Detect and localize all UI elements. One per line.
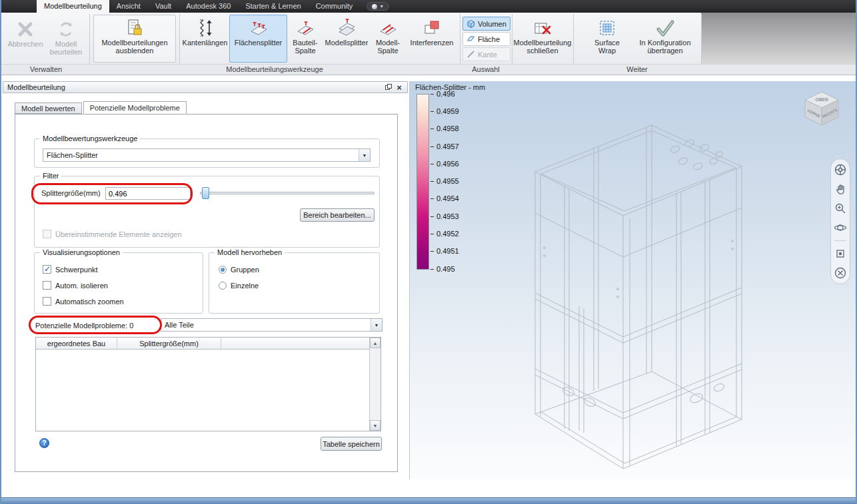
radio-label: Gruppen xyxy=(231,266,259,274)
menu-tab-modellbeurteilung[interactable]: Modellbeurteilung xyxy=(37,0,109,13)
zoom-icon[interactable] xyxy=(834,202,847,215)
close-assessment-icon xyxy=(533,17,552,39)
chevron-down-icon: ▼ xyxy=(371,319,382,331)
view-cube[interactable]: OBEN VORNE RECHTS xyxy=(798,87,845,129)
tab-potenzielle-modellprobleme[interactable]: Potenzielle Modellprobleme xyxy=(83,101,187,114)
refresh-arrows-icon xyxy=(57,19,75,40)
model-splitter-icon xyxy=(337,17,357,39)
panel-title-bar[interactable]: Modellbeurteilung × xyxy=(3,81,408,93)
bereich-bearbeiten-button[interactable]: Bereich bearbeiten... xyxy=(300,208,375,222)
model-gap-icon xyxy=(378,17,398,39)
scroll-down-button[interactable]: ▼ xyxy=(370,420,381,431)
tick-mark xyxy=(430,269,434,270)
groupbox-visualisierungsoptionen: Visualisierungsoptionen Schwerpunkt Auto… xyxy=(34,252,203,314)
modell-spalte-button[interactable]: Modell-Spalte xyxy=(371,15,405,63)
menu-tab-ansicht[interactable]: Ansicht xyxy=(109,0,148,13)
scroll-up-button[interactable]: ▲ xyxy=(370,338,381,348)
automatisch-zoomen-checkbox[interactable]: Automatisch zoomen xyxy=(43,297,124,306)
ribbon-empty-area xyxy=(701,13,857,64)
groupbox-label: Visualisierungsoptionen xyxy=(40,248,123,256)
potenzielle-modellprobleme-count: Potenzielle Modellprobleme: 0 xyxy=(35,322,133,330)
modellbeurteilung-schliessen-button[interactable]: Modellbeurteilung schließen xyxy=(514,15,570,63)
modellsplitter-button[interactable]: Modellsplitter xyxy=(323,15,370,63)
legend-tick: 0.4956 xyxy=(430,160,459,168)
kante-button[interactable]: Kante xyxy=(462,47,510,61)
tabelle-speichern-button[interactable]: Tabelle speichern xyxy=(321,437,382,451)
chevron-down-icon: ▼ xyxy=(379,4,384,9)
help-icon[interactable]: ? xyxy=(39,438,49,448)
table-scrollbar[interactable]: ▲ ▼ xyxy=(369,338,381,431)
close-panel-icon[interactable]: × xyxy=(394,83,405,92)
modell-spalte-label: Modell-Spalte xyxy=(372,39,404,55)
panel-content: Modellbewertungswerkzeuge Flächen-Splitt… xyxy=(15,114,398,472)
menu-tab-starten-lernen[interactable]: Starten & Lernen xyxy=(238,0,308,13)
schwerpunkt-checkbox[interactable]: Schwerpunkt xyxy=(43,265,98,274)
gruppen-radio[interactable]: Gruppen xyxy=(219,266,259,274)
orbit-icon[interactable] xyxy=(834,221,847,234)
part-gap-icon xyxy=(295,17,315,39)
tick-mark xyxy=(430,111,434,112)
legend-gradient-bar xyxy=(417,94,429,270)
flaeche-button[interactable]: Fläche xyxy=(462,32,510,46)
splittergroesse-slider-handle[interactable] xyxy=(202,187,209,199)
group-label-auswahl: Auswahl xyxy=(460,65,512,75)
menu-tab-community[interactable]: Community xyxy=(309,0,361,13)
surface-wrap-label: Surface Wrap xyxy=(586,39,628,55)
bauteil-spalte-label: Bauteil-Spalte xyxy=(289,39,321,55)
menu-tab-vault[interactable]: Vault xyxy=(148,0,179,13)
auswahl-group: Volumen Fläche Kante xyxy=(462,17,510,63)
quick-access-menu-button[interactable]: ▼ xyxy=(367,2,389,11)
modell-beurteilen-button[interactable]: Modell beurteilen xyxy=(45,16,87,61)
checkbox-box xyxy=(43,230,51,238)
kantenlaengen-button[interactable]: Kantenlängen xyxy=(183,15,227,63)
abbrechen-label: Abbrechen xyxy=(7,40,43,48)
tab-modell-bewerten[interactable]: Modell bewerten xyxy=(15,103,82,114)
menu-tab-autodesk360[interactable]: Autodesk 360 xyxy=(179,0,238,13)
flaeche-label: Fläche xyxy=(478,35,500,43)
autom-isolieren-checkbox[interactable]: Autom. isolieren xyxy=(43,281,108,290)
bewertungswerkzeug-dropdown[interactable]: Flächen-Splitter ▼ xyxy=(43,148,371,162)
viewport-3d[interactable]: Flächen-Splitter - mm 0.496 0.4959 0.495… xyxy=(409,81,857,479)
checkbox-label: Schwerpunkt xyxy=(55,266,98,274)
tick-mark xyxy=(430,128,434,129)
navigation-toolbar xyxy=(830,158,850,284)
legend-tick: 0.495 xyxy=(430,265,455,273)
surface-wrap-button[interactable]: Surface Wrap xyxy=(585,15,629,63)
navigation-wheel-icon[interactable] xyxy=(834,163,847,176)
tabelle-speichern-label: Tabelle speichern xyxy=(323,440,380,448)
float-panel-icon[interactable] xyxy=(383,83,394,92)
einzelne-radio[interactable]: Einzelne xyxy=(219,282,259,290)
in-konfiguration-uebertragen-button[interactable]: In Konfiguration übertragen xyxy=(632,15,698,63)
results-table[interactable]: ergeordnetes Bau Splittergröße(mm) ▲ ▼ xyxy=(35,337,381,431)
volumen-label: Volumen xyxy=(478,20,506,28)
modellbeurteilungen-ausblenden-button[interactable]: Modellbeurteilungen ausblenden xyxy=(93,15,176,63)
uebereinstimmende-checkbox[interactable]: Übereinstimmende Elemente anzeigen xyxy=(43,230,182,238)
splittergroesse-input[interactable] xyxy=(105,187,191,200)
groupbox-modell-hervorheben: Modell hervorheben Gruppen Einzelne xyxy=(209,252,380,314)
disable-tool-icon[interactable] xyxy=(834,266,847,280)
modell-beurteilen-label: Modell beurteilen xyxy=(46,40,86,56)
konfiguration-label: In Konfiguration übertragen xyxy=(632,39,698,55)
dropdown-value: Alle Teile xyxy=(161,321,371,329)
column-label: ergeordnetes Bau xyxy=(47,340,105,348)
column-header-uebergeordnetes-bauteil[interactable]: ergeordnetes Bau xyxy=(36,338,117,349)
interferenzen-button[interactable]: Interferenzen xyxy=(406,15,458,63)
teile-filter-dropdown[interactable]: Alle Teile ▼ xyxy=(161,318,383,332)
volumen-button[interactable]: Volumen xyxy=(462,17,510,31)
abbrechen-button[interactable]: Abbrechen xyxy=(7,16,44,61)
bereich-bearbeiten-label: Bereich bearbeiten... xyxy=(303,211,371,219)
ausblenden-label: Modellbeurteilungen ausblenden xyxy=(94,39,175,55)
column-header-splittergroesse[interactable]: Splittergröße(mm) xyxy=(117,338,221,349)
splittergroesse-slider-track[interactable] xyxy=(200,192,375,194)
bauteil-spalte-button[interactable]: Bauteil-Spalte xyxy=(289,15,322,63)
tick-mark xyxy=(430,216,434,217)
radio-dot xyxy=(219,282,227,290)
flaechensplitter-button[interactable]: Flächensplitter xyxy=(229,15,287,63)
kantenlaengen-label: Kantenlängen xyxy=(183,39,228,47)
face-splitter-icon xyxy=(249,17,269,39)
pan-hand-icon[interactable] xyxy=(834,182,847,196)
look-at-icon[interactable] xyxy=(834,247,847,260)
dropdown-value: Flächen-Splitter xyxy=(43,151,359,159)
table-header-row: ergeordnetes Bau Splittergröße(mm) xyxy=(36,338,369,350)
tick-mark xyxy=(430,94,434,95)
